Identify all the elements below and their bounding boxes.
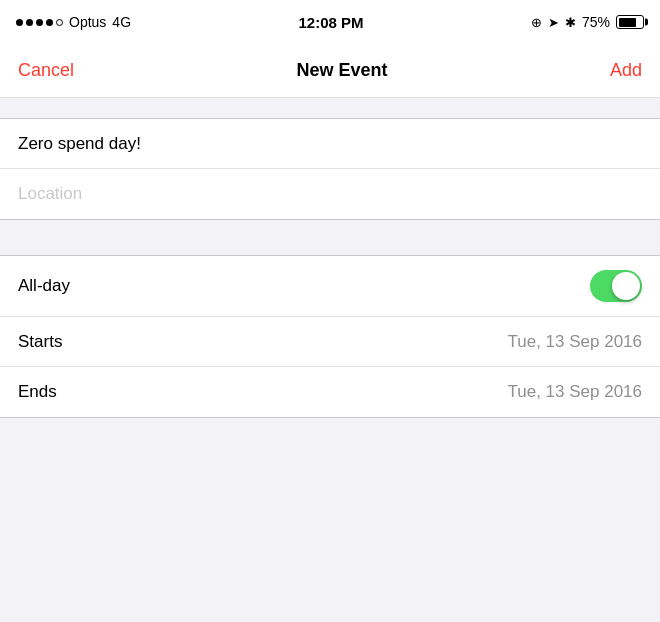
- event-details-section: Zero spend day! Location: [0, 118, 660, 220]
- status-time: 12:08 PM: [298, 14, 363, 31]
- signal-dot-1: [16, 19, 23, 26]
- all-day-label: All-day: [18, 276, 98, 296]
- signal-dot-2: [26, 19, 33, 26]
- add-button[interactable]: Add: [610, 60, 642, 81]
- battery-fill: [619, 18, 636, 27]
- location-row[interactable]: Location: [0, 169, 660, 219]
- battery-percentage: 75%: [582, 14, 610, 30]
- status-right: ⊕ ➤ ✱ 75%: [531, 14, 644, 30]
- ends-label: Ends: [18, 382, 98, 402]
- location-placeholder: Location: [18, 184, 642, 204]
- page-title: New Event: [296, 60, 387, 81]
- event-title-text: Zero spend day!: [18, 134, 642, 154]
- starts-value: Tue, 13 Sep 2016: [507, 332, 642, 352]
- content-area: Zero spend day! Location All-day Starts …: [0, 98, 660, 418]
- top-gap: [0, 98, 660, 118]
- status-left: Optus 4G: [16, 14, 131, 30]
- toggle-knob: [612, 272, 640, 300]
- bluetooth-icon: ✱: [565, 15, 576, 30]
- event-title-row[interactable]: Zero spend day!: [0, 119, 660, 169]
- location-icon: ⊕: [531, 15, 542, 30]
- battery-shell: [616, 15, 644, 29]
- navigation-icon: ➤: [548, 15, 559, 30]
- network-type: 4G: [112, 14, 131, 30]
- battery-indicator: [616, 15, 644, 29]
- ends-row[interactable]: Ends Tue, 13 Sep 2016: [0, 367, 660, 417]
- all-day-row[interactable]: All-day: [0, 256, 660, 317]
- time-section: All-day Starts Tue, 13 Sep 2016 Ends Tue…: [0, 255, 660, 418]
- status-bar: Optus 4G 12:08 PM ⊕ ➤ ✱ 75%: [0, 0, 660, 44]
- signal-dot-3: [36, 19, 43, 26]
- divider-section: [0, 220, 660, 255]
- carrier-name: Optus: [69, 14, 106, 30]
- ends-value: Tue, 13 Sep 2016: [507, 382, 642, 402]
- signal-dot-4: [46, 19, 53, 26]
- signal-dots: [16, 19, 63, 26]
- navigation-bar: Cancel New Event Add: [0, 44, 660, 98]
- starts-row[interactable]: Starts Tue, 13 Sep 2016: [0, 317, 660, 367]
- starts-label: Starts: [18, 332, 98, 352]
- cancel-button[interactable]: Cancel: [18, 60, 74, 81]
- all-day-toggle[interactable]: [590, 270, 642, 302]
- signal-dot-5: [56, 19, 63, 26]
